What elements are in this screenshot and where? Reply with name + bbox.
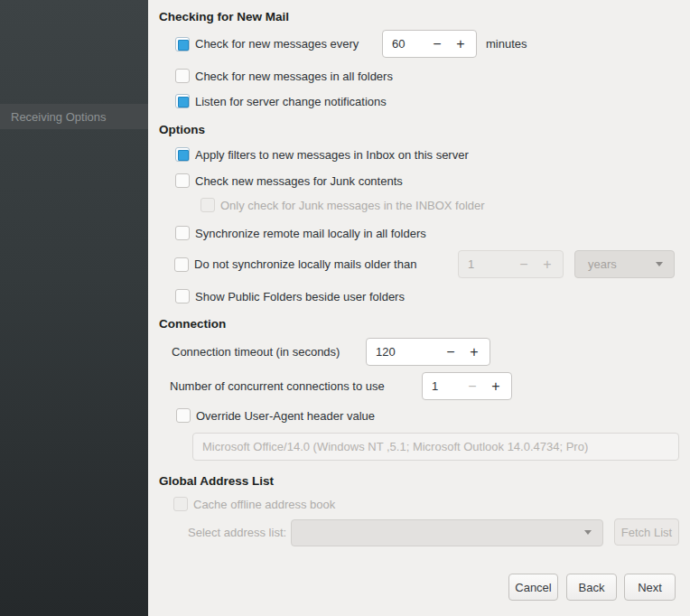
public-folders-checkbox[interactable] [175, 289, 190, 303]
check-new-messages-every-label: Check for new messages every [195, 37, 359, 51]
minus-icon[interactable]: − [425, 36, 449, 52]
cancel-button[interactable]: Cancel [508, 574, 558, 601]
minus-icon[interactable]: − [439, 344, 462, 360]
no-sync-age-value: 1 [459, 257, 512, 271]
plus-icon[interactable]: + [484, 378, 508, 395]
check-all-folders-checkbox[interactable] [175, 69, 190, 83]
concurrent-connections-value[interactable]: 1 [423, 379, 461, 393]
row-select-address-list: Select address list: Fetch List [188, 518, 690, 546]
row-all-folders: Check for new messages in all folders [175, 68, 393, 84]
sync-remote-checkbox[interactable] [175, 226, 190, 240]
row-check-every: Check for new messages every 60 − + minu… [175, 30, 690, 58]
concurrent-connections-spinbutton[interactable]: 1 − + [422, 372, 512, 400]
junk-inbox-only-checkbox [200, 198, 215, 212]
section-title-options: Options [159, 123, 205, 136]
no-sync-unit-value: years [575, 257, 656, 271]
section-title-global-address-list: Global Address List [159, 474, 274, 488]
section-title-checking-for-new-mail: Checking for New Mail [159, 10, 289, 23]
row-apply-filters: Apply filters to new messages in Inbox o… [175, 146, 469, 163]
address-list-dropdown [291, 519, 603, 546]
minus-icon: − [512, 257, 536, 273]
check-new-messages-every-checkbox[interactable] [175, 37, 190, 51]
section-title-connection: Connection [159, 317, 226, 331]
chevron-down-icon [656, 262, 663, 266]
back-button[interactable]: Back [566, 574, 617, 601]
check-interval-value[interactable]: 60 [383, 37, 425, 51]
check-all-folders-label: Check for new messages in all folders [195, 70, 393, 83]
row-concurrent-connections: Number of concurrent connections to use … [170, 372, 690, 400]
row-connection-timeout: Connection timeout (in seconds) 120 − + [172, 338, 690, 366]
plus-icon[interactable]: + [449, 36, 472, 52]
user-agent-input [192, 433, 679, 461]
connection-timeout-value[interactable]: 120 [367, 345, 439, 359]
sync-remote-label: Synchronize remote mail locally in all f… [195, 227, 426, 240]
listen-notifications-label: Listen for server change notifications [195, 95, 387, 108]
plus-icon: + [536, 257, 559, 273]
no-sync-older-checkbox[interactable] [174, 257, 189, 272]
row-cache-offline: Cache offline address book [173, 496, 335, 512]
sidebar: Receiving Options [0, 0, 148, 616]
receiving-options-page: Receiving Options Checking for New Mail … [0, 0, 690, 616]
junk-inbox-only-label: Only check for Junk messages in the INBO… [220, 199, 485, 212]
minutes-suffix-label: minutes [486, 37, 527, 51]
override-user-agent-label: Override User-Agent header value [196, 409, 375, 423]
plus-icon[interactable]: + [462, 344, 486, 360]
minus-icon: − [461, 378, 484, 395]
select-address-list-label: Select address list: [188, 526, 286, 539]
next-button[interactable]: Next [624, 574, 676, 601]
cache-offline-label: Cache offline address book [193, 498, 335, 511]
cache-offline-checkbox [173, 497, 188, 511]
row-listen-notifications: Listen for server change notifications [175, 93, 387, 109]
settings-panel: Checking for New Mail Check for new mess… [148, 0, 690, 616]
row-public-folders: Show Public Folders beside user folders [175, 288, 405, 304]
fetch-list-button: Fetch List [614, 518, 679, 546]
concurrent-connections-label: Number of concurrent connections to use [170, 379, 385, 393]
no-sync-age-spinbutton: 1 − + [458, 250, 564, 278]
listen-notifications-checkbox[interactable] [175, 94, 190, 108]
connection-timeout-spinbutton[interactable]: 120 − + [366, 338, 490, 366]
no-sync-unit-dropdown: years [574, 250, 675, 278]
row-junk-inbox-only: Only check for Junk messages in the INBO… [200, 197, 485, 213]
sidebar-item-receiving-options[interactable]: Receiving Options [0, 104, 148, 129]
row-override-user-agent: Override User-Agent header value [176, 407, 375, 424]
override-user-agent-checkbox[interactable] [176, 408, 191, 423]
apply-filters-label: Apply filters to new messages in Inbox o… [195, 148, 469, 162]
public-folders-label: Show Public Folders beside user folders [195, 290, 405, 303]
apply-filters-checkbox[interactable] [175, 147, 190, 162]
row-junk-check: Check new messages for Junk contents [175, 173, 403, 189]
row-sync-remote: Synchronize remote mail locally in all f… [175, 225, 426, 241]
junk-check-checkbox[interactable] [175, 173, 190, 188]
connection-timeout-label: Connection timeout (in seconds) [172, 345, 340, 359]
no-sync-older-label: Do not synchronize locally mails older t… [194, 257, 416, 271]
chevron-down-icon [584, 530, 592, 535]
check-interval-spinbutton[interactable]: 60 − + [382, 30, 477, 58]
junk-check-label: Check new messages for Junk contents [195, 174, 403, 188]
row-no-sync-older: Do not synchronize locally mails older t… [174, 250, 690, 278]
